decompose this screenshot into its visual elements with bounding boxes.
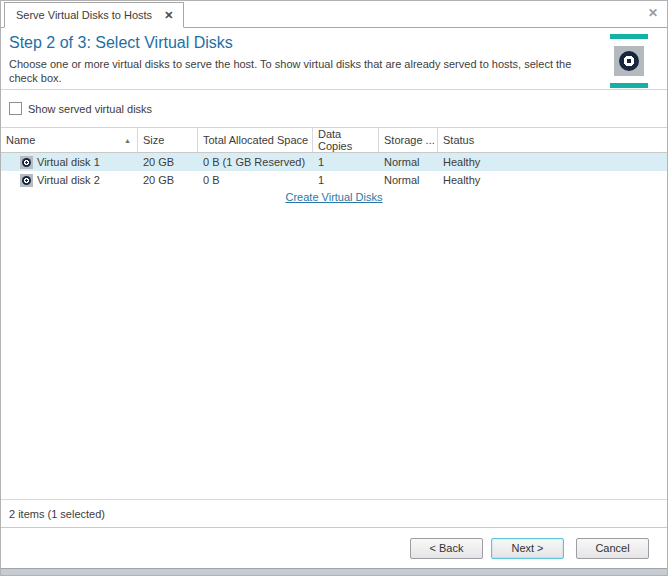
- cell-name: Virtual disk 1: [1, 156, 138, 169]
- cell-allocated: 0 B (1 GB Reserved): [198, 156, 313, 168]
- virtual-disk-icon: [609, 34, 649, 89]
- virtual-disk-icon-spindle: [619, 51, 639, 71]
- next-button[interactable]: Next >: [491, 538, 564, 559]
- column-header-name[interactable]: Name ▲: [1, 128, 138, 152]
- cell-allocated: 0 B: [198, 174, 313, 186]
- column-header-data-copies[interactable]: Data Copies: [313, 128, 379, 152]
- page-description: Choose one or more virtual disks to serv…: [9, 57, 595, 85]
- virtual-disk-row-icon: [20, 156, 33, 169]
- cell-storage: Normal: [379, 174, 438, 186]
- button-bar: < Back Next > Cancel: [1, 528, 667, 568]
- tab-serve-virtual-disks[interactable]: Serve Virtual Disks to Hosts ✕: [4, 2, 184, 28]
- cell-storage: Normal: [379, 156, 438, 168]
- column-header-total-allocated-space[interactable]: Total Allocated Space: [198, 128, 313, 152]
- serve-virtual-disks-dialog: Serve Virtual Disks to Hosts ✕ ✕ Step 2 …: [0, 0, 668, 576]
- table-row-virtual-disk-2[interactable]: Virtual disk 2 20 GB 0 B 1 Normal Health…: [1, 171, 667, 189]
- create-link-row: Create Virtual Disks: [1, 189, 667, 209]
- cell-size: 20 GB: [138, 174, 198, 186]
- items-count-text: 2 items (1 selected): [9, 508, 105, 520]
- filter-row: Show served virtual disks: [1, 90, 667, 127]
- column-header-storage[interactable]: Storage ...: [379, 128, 438, 152]
- cell-status: Healthy: [438, 174, 667, 186]
- virtual-disk-icon-top-bar: [610, 34, 648, 39]
- table-empty-area: [1, 209, 667, 499]
- virtual-disk-icon-platter: [614, 46, 644, 76]
- cancel-button[interactable]: Cancel: [576, 538, 649, 559]
- show-served-label[interactable]: Show served virtual disks: [28, 103, 152, 115]
- window-bottom-edge: [1, 568, 667, 575]
- wizard-header: Step 2 of 3: Select Virtual Disks Choose…: [1, 28, 667, 89]
- back-button[interactable]: < Back: [410, 538, 483, 559]
- wizard-header-text: Step 2 of 3: Select Virtual Disks Choose…: [9, 34, 609, 89]
- tab-close-icon[interactable]: ✕: [164, 10, 173, 21]
- table-header: Name ▲ Size Total Allocated Space Data C…: [1, 127, 667, 153]
- tab-bar: Serve Virtual Disks to Hosts ✕ ✕: [1, 1, 667, 28]
- virtual-disk-row-icon: [20, 174, 33, 187]
- cell-data-copies: 1: [313, 174, 379, 186]
- virtual-disk-icon-bottom-bar: [610, 83, 648, 88]
- status-bar: 2 items (1 selected): [1, 499, 667, 528]
- column-header-size[interactable]: Size: [138, 128, 198, 152]
- table-row-virtual-disk-1[interactable]: Virtual disk 1 20 GB 0 B (1 GB Reserved)…: [1, 153, 667, 171]
- column-header-name-label: Name: [6, 134, 35, 146]
- create-virtual-disks-link[interactable]: Create Virtual Disks: [286, 191, 383, 203]
- show-served-checkbox[interactable]: [9, 102, 22, 115]
- sort-ascending-icon: ▲: [124, 137, 131, 144]
- cell-data-copies: 1: [313, 156, 379, 168]
- tab-title: Serve Virtual Disks to Hosts: [16, 9, 152, 21]
- cell-size: 20 GB: [138, 156, 198, 168]
- cell-status: Healthy: [438, 156, 667, 168]
- column-header-status[interactable]: Status: [438, 128, 667, 152]
- panel-close-icon[interactable]: ✕: [648, 7, 658, 19]
- page-title: Step 2 of 3: Select Virtual Disks: [9, 34, 595, 52]
- cell-name: Virtual disk 2: [1, 174, 138, 187]
